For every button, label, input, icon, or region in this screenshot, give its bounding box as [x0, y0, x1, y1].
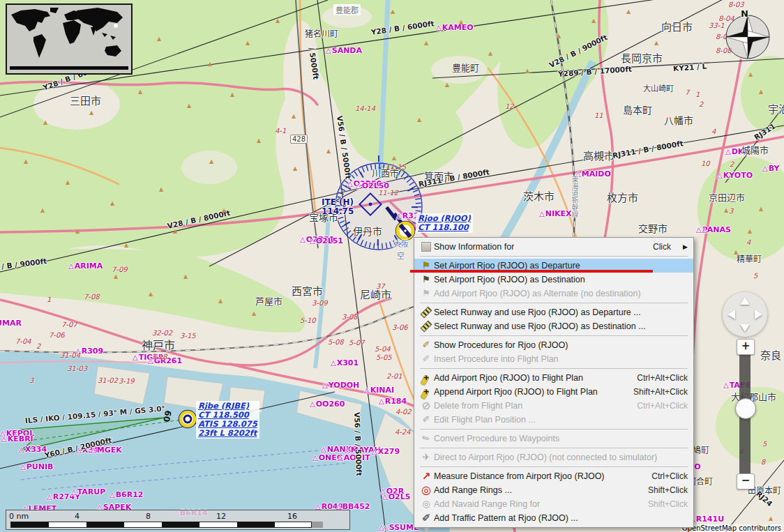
menu-separator [420, 448, 688, 448]
destination-flag-icon: ⚑ [419, 275, 434, 284]
peak-icon: ▲ [183, 274, 188, 280]
airport-label-rjoo[interactable]: Rjoo (RJOO)CT 118.100 [416, 213, 473, 233]
peak-icon: ▲ [424, 40, 428, 46]
pan-left-button[interactable] [728, 310, 735, 319]
waypoint-triangle-icon: △ [310, 400, 315, 408]
peak-icon: ▲ [759, 206, 763, 212]
waypoint-triangle-icon: △ [539, 210, 545, 218]
waypoint-label[interactable]: △KAMEO [436, 24, 474, 31]
menu-item[interactable]: +Add Airport Rjoo (RJOO) to Flight PlanC… [414, 371, 693, 385]
road-number-label: 31-04 [60, 351, 80, 359]
icon-glyph: ⊘ [422, 401, 431, 411]
menu-item-label: Edit Flight Plan Position ... [434, 415, 536, 425]
waypoint-name: TARUP [77, 487, 106, 496]
pan-right-button[interactable] [755, 310, 762, 319]
zoom-in-button[interactable]: + [737, 339, 755, 355]
waypoint-label[interactable]: △R141U [690, 515, 724, 523]
menu-item[interactable]: Show Information forClick▶ [414, 240, 693, 254]
world-overview-map[interactable] [6, 3, 133, 75]
menu-item[interactable]: ✐Show Procedures for Rjoo (RJOO) [414, 338, 693, 352]
road-number-label: 11-15 [386, 163, 406, 171]
waypoint-label[interactable]: UMAR [0, 319, 22, 327]
zoom-out-button[interactable]: − [737, 473, 755, 489]
place-label: 高槻市 [583, 148, 615, 162]
menu-item-label: Show Procedures for Rjoo (RJOO) [434, 340, 568, 350]
airway-label: / 5000ft [308, 47, 320, 80]
waypoint-label[interactable]: △MAIDO [575, 170, 611, 178]
icon-glyph: ◎ [421, 485, 431, 495]
waypoint-name: R309 [82, 347, 103, 356]
icon-glyph: ⚑ [422, 289, 430, 298]
airport-label-line: CT 118.100 [418, 223, 471, 232]
navaid-label-ite: ITE (H)114.75 [322, 198, 354, 216]
road-number-label: 5 [753, 272, 757, 280]
peak-icon: ▲ [748, 72, 753, 77]
menu-item: ⊘Delete from Flight PlanCtrl+Alt+Click [414, 399, 693, 413]
waypoint-label[interactable]: △BY [762, 165, 779, 172]
peak-icon: ▲ [149, 291, 153, 297]
waypoint-label[interactable]: △NIKEX [539, 210, 572, 218]
menu-item[interactable]: ◎Add Range Rings ...Shift+Click [414, 483, 693, 497]
zoom-slider-thumb[interactable] [735, 398, 756, 419]
waypoint-label[interactable]: △KEBRI [1, 435, 33, 443]
waypoint-label[interactable]: △X279 [372, 448, 400, 455]
place-label: 精華町 [737, 252, 762, 264]
road-number-label: 4-24 [395, 428, 411, 436]
waypoint-name: ARIMA [75, 261, 103, 271]
waypoint-label[interactable]: △B6R12 [110, 491, 144, 499]
menu-item[interactable]: ↗Measure Distance from Airport Rjoo (RJO… [414, 469, 693, 483]
pan-control[interactable] [723, 292, 767, 337]
menu-item-label: Measure Distance from Airport Rjoo (RJOO… [434, 471, 605, 481]
road-number-label: 1 [695, 91, 700, 98]
waypoint-label[interactable]: △KINAI [364, 386, 394, 394]
peak-icon: ▲ [724, 208, 728, 213]
icon-glyph: ⚑ [422, 261, 430, 271]
peak-icon: ▲ [525, 68, 529, 74]
waypoint-label[interactable]: △ [702, 226, 708, 234]
waypoint-label[interactable]: △ [379, 524, 385, 531]
menu-item[interactable]: Select Runway and use Rjoo (RJOO) as Dep… [414, 305, 693, 319]
road-number-label: 4 [701, 448, 705, 455]
menu-item[interactable]: ✐Add Traffic Pattern at Rjoo (RJOO) ... [414, 511, 693, 525]
pan-up-button[interactable] [740, 297, 750, 305]
menu-item[interactable]: +Append Airport Rjoo (RJOO) to Flight Pl… [414, 385, 693, 399]
map-window[interactable]: △SANDA△KAMEO△ARIMAUMAR△R309△TIGER△GR261△… [0, 0, 784, 532]
icon-shape [421, 307, 432, 319]
peak-icon: ▲ [114, 274, 118, 280]
waypoint-label[interactable]: △OO260 [310, 400, 345, 408]
menu-separator [420, 303, 688, 303]
peak-icon: ▲ [66, 180, 70, 185]
waypoint-label[interactable]: △R184 [379, 397, 407, 405]
road-number-label: 4-02 [395, 408, 412, 416]
menu-item-shortcut: Ctrl+Alt+Click [628, 401, 688, 411]
airport-label-rjbe[interactable]: Rjbe (RJBE)CT 118.500ATIS 128.07523ft L … [196, 401, 259, 439]
menu-item[interactable]: Select Runway and use Rjoo (RJOO) as Des… [414, 319, 693, 333]
waypoint-label[interactable]: △O2L5 [382, 493, 410, 501]
waypoint-label[interactable]: △O2L51 [310, 237, 343, 245]
waypoint-label[interactable]: △X334 [19, 446, 47, 453]
peak-icon: ▲ [293, 166, 297, 172]
menu-item-shortcut: Shift+Click [640, 485, 688, 495]
menu-separator [420, 368, 688, 369]
place-label: 豊能町 [452, 61, 479, 74]
waypoint-label[interactable]: △X301 [331, 359, 359, 367]
waypoint-label[interactable]: △TARUP [71, 488, 105, 496]
waypoint-triangle-icon: △ [347, 180, 353, 188]
place-label: 大山崎町 [643, 82, 674, 93]
peak-icon: ▲ [209, 159, 213, 165]
place-label: 空 [397, 250, 405, 261]
place-label: 交野市 [638, 221, 668, 235]
waypoint-label[interactable]: △KYOTO [717, 172, 753, 179]
road-number-label: 33-1 [709, 22, 725, 29]
menu-item[interactable]: ⚑Set Airport Rjoo (RJOO) as Destination [414, 273, 693, 287]
pan-down-button[interactable] [740, 324, 750, 332]
peak-icon: ▲ [208, 61, 212, 67]
departure-flag-icon: ⚑ [419, 261, 434, 271]
menu-item-label: Set Airport Rjoo (RJOO) as Departure [434, 261, 580, 271]
waypoint-label[interactable]: △SANDA [326, 47, 362, 54]
waypoint-name: B6R12 [116, 490, 144, 499]
waypoint-label[interactable]: △YODOH [322, 381, 359, 389]
waypoint-label[interactable]: △PUNIB [20, 463, 53, 471]
measure-icon: ↗ [419, 471, 434, 481]
waypoint-label[interactable]: △ARIMA [68, 262, 103, 270]
